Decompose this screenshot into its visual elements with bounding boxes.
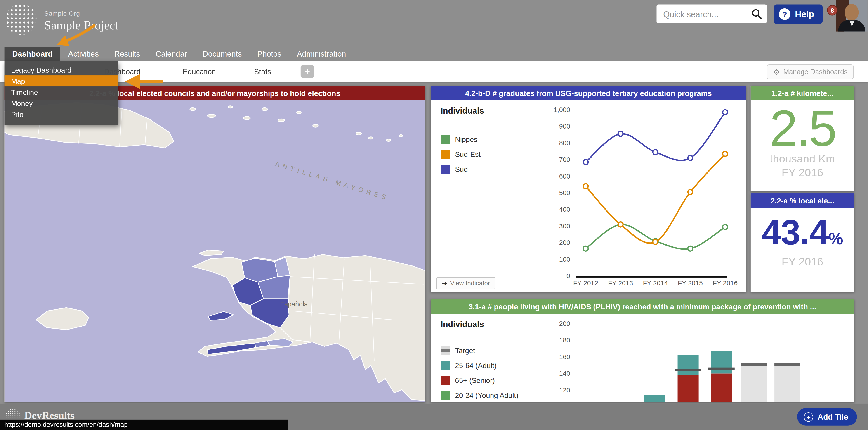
dashboard-content: 2.2-a % local elected councils and and/o…: [0, 82, 868, 403]
org-name: Sample Org: [44, 10, 119, 17]
svg-text:120: 120: [559, 386, 570, 394]
kpi1-period: FY 2016: [751, 166, 854, 179]
svg-text:FY 2013: FY 2013: [608, 279, 633, 287]
legend-item: Nippes: [440, 135, 480, 144]
add-tile-button[interactable]: + Add Tile: [797, 408, 857, 426]
search-icon[interactable]: [751, 8, 762, 20]
kpi2-period: FY 2016: [751, 256, 854, 268]
legend-swatch: [440, 150, 450, 159]
svg-text:FY 2014: FY 2014: [643, 279, 668, 287]
kpi1-title: 1.2-a # kilomete...: [772, 89, 833, 97]
svg-text:100: 100: [559, 256, 570, 263]
kpi2-body: 43.4% FY 2016: [751, 208, 854, 268]
svg-text:500: 500: [559, 189, 570, 196]
add-dashboard-button[interactable]: +: [301, 65, 314, 78]
legend-swatch: [440, 346, 450, 355]
menu-item-map[interactable]: Map: [4, 75, 118, 86]
kpi-tile-kilometers: 1.2-a # kilomete... 2.5 thousand Km FY 2…: [751, 86, 854, 191]
line-chart-legend: NippesSud-EstSud: [440, 135, 480, 179]
svg-text:FY 2015: FY 2015: [678, 279, 703, 287]
kpi2-value: 43.4%: [751, 210, 854, 254]
line-chart-tile: 4.2-b-D # graduates from USG-supported t…: [431, 86, 746, 292]
nav-item-documents[interactable]: Documents: [195, 47, 250, 61]
gear-icon: ⚙: [773, 67, 780, 76]
manage-dashboards-label: Manage Dashboards: [783, 68, 847, 76]
map-canvas[interactable]: ANTILLAS MAYORES Española: [4, 100, 425, 402]
legend-item: 65+ (Senior): [440, 376, 518, 385]
help-button[interactable]: ? Help: [774, 4, 823, 24]
nav-item-administration[interactable]: Administration: [289, 47, 354, 61]
legend-item: Sud-Est: [440, 150, 480, 159]
org-block: Sample Org Sample Project: [44, 10, 119, 33]
help-label: Help: [795, 9, 814, 19]
legend-item: 20-24 (Young Adult): [440, 391, 518, 400]
svg-text:FY 2016: FY 2016: [713, 279, 738, 287]
bar-chart-tile: 3.1-a # people living with HIV/AIDS (PLH…: [431, 299, 854, 402]
search-input[interactable]: [656, 4, 767, 23]
bar-chart-body: 200180160140120 Individuals Target25-64 …: [431, 314, 854, 402]
bar-chart-unit: Individuals: [440, 319, 484, 329]
svg-text:180: 180: [559, 336, 570, 344]
menu-item-money[interactable]: Money: [4, 97, 118, 109]
kpi2-title: 2.2-a % local ele...: [771, 196, 834, 205]
svg-text:140: 140: [559, 370, 570, 377]
map-tile: 2.2-a % local elected councils and and/o…: [4, 86, 425, 402]
nav-item-results[interactable]: Results: [106, 47, 148, 61]
line-tile-header: 4.2-b-D # graduates from USG-supported t…: [431, 86, 746, 101]
bar-tile-title: 3.1-a # people living with HIV/AIDS (PLH…: [469, 303, 816, 311]
nav-item-dashboard[interactable]: Dashboard: [4, 47, 61, 61]
project-title: Sample Project: [44, 18, 119, 33]
legend-swatch: [440, 391, 450, 400]
arrow-icon: ➔: [442, 279, 447, 287]
menu-item-legacy-dashboard[interactable]: Legacy Dashboard: [4, 64, 118, 75]
user-avatar[interactable]: [836, 0, 868, 32]
svg-text:400: 400: [559, 206, 570, 213]
svg-text:600: 600: [559, 172, 570, 180]
line-chart-unit: Individuals: [440, 106, 484, 115]
kpi-tile-local-elections: 2.2-a % local ele... 43.4% FY 2016: [751, 194, 854, 292]
svg-text:0: 0: [566, 272, 570, 280]
dashboard-tabs-bar: DashboardEducationStats + ⚙ Manage Dashb…: [0, 61, 868, 82]
island-label: Española: [280, 300, 308, 308]
dashboard-tab-stats[interactable]: Stats: [254, 68, 271, 76]
nav-item-photos[interactable]: Photos: [250, 47, 289, 61]
manage-dashboards-button[interactable]: ⚙ Manage Dashboards: [767, 64, 854, 79]
kpi1-unit: thousand Km: [751, 152, 854, 165]
dashboard-dropdown-menu: Legacy DashboardMapTimelineMoneyPito: [4, 61, 118, 125]
kpi2-percent-sign: %: [829, 229, 843, 248]
svg-text:160: 160: [559, 353, 570, 361]
legend-swatch: [440, 165, 450, 174]
question-icon: ?: [779, 8, 790, 20]
kpi1-header: 1.2-a # kilomete...: [751, 86, 854, 101]
legend-swatch: [440, 361, 450, 370]
kpi2-header: 2.2-a % local ele...: [751, 194, 854, 208]
top-header: Sample Org Sample Project ? Help 8: [0, 0, 868, 47]
quick-search[interactable]: [656, 4, 767, 23]
svg-text:900: 900: [559, 122, 570, 130]
dashboard-tab-education[interactable]: Education: [183, 68, 216, 76]
kpi1-body: 2.5 thousand Km FY 2016: [751, 100, 854, 179]
svg-text:200: 200: [559, 320, 570, 327]
legend-item: Target: [440, 346, 518, 355]
nav-item-activities[interactable]: Activities: [60, 47, 106, 61]
notification-badge[interactable]: 8: [827, 5, 838, 16]
bar-chart-legend: Target25-64 (Adult)65+ (Senior)20-24 (Yo…: [440, 346, 518, 402]
legend-swatch: [440, 376, 450, 385]
line-tile-title: 4.2-b-D # graduates from USG-supported t…: [465, 89, 712, 97]
app-root: Sample Org Sample Project ? Help 8 Dashb…: [0, 0, 868, 430]
menu-item-timeline[interactable]: Timeline: [4, 86, 118, 97]
svg-text:800: 800: [559, 139, 570, 147]
kpi1-value: 2.5: [751, 103, 854, 154]
menu-item-pito[interactable]: Pito: [4, 109, 118, 120]
map-tile-title: 2.2-a % local elected councils and and/o…: [89, 89, 340, 97]
view-indicator-button[interactable]: ➔ View Indicator: [436, 277, 495, 289]
nav-item-calendar[interactable]: Calendar: [148, 47, 195, 61]
line-chart-body: 01002003004005006007008009001,000FY 2012…: [431, 100, 746, 292]
status-url-bar: https://demo.devresults.com/en/dash/map: [0, 420, 288, 430]
kpi2-number: 43.4: [762, 212, 828, 252]
legend-swatch: [440, 135, 450, 144]
view-indicator-label: View Indicator: [450, 280, 490, 287]
svg-text:300: 300: [559, 222, 570, 230]
legend-item: Sud: [440, 165, 480, 174]
org-logo-icon[interactable]: [5, 4, 36, 35]
